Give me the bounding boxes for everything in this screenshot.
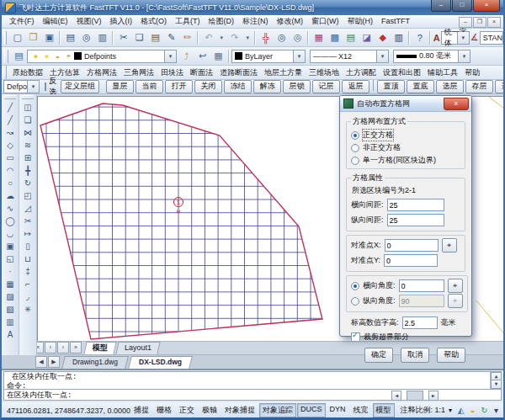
erase-icon[interactable]: ◫ (21, 101, 35, 114)
fasttft-3d-tool-icon[interactable]: ◪ (359, 29, 375, 45)
layer-tool-button[interactable]: 解冻 (253, 80, 281, 93)
layer-tool-button[interactable]: 置顶 (377, 80, 405, 93)
menu-item[interactable]: 格式(O) (136, 16, 171, 26)
dialog-close-button[interactable]: × (444, 98, 469, 110)
chevron-down-icon[interactable]: ▾ (27, 81, 39, 93)
layer-tool-button[interactable]: 置底 (407, 80, 434, 93)
file-tab-next-button[interactable]: ▶ (48, 356, 60, 368)
radio-icon[interactable] (351, 131, 359, 140)
layer-tool-button[interactable]: 选层 (495, 80, 505, 93)
radio-icon[interactable] (351, 144, 359, 152)
tab-layout[interactable]: Layout1 (115, 342, 160, 354)
status-toggle-dyn[interactable]: DYN (327, 403, 349, 417)
polyline-icon[interactable]: ↝ (3, 126, 17, 139)
scale-icon[interactable]: ◰ (21, 189, 35, 202)
close-button[interactable]: × (473, 0, 500, 12)
command-history[interactable]: 在区块内任取一点:命令: ▲ ▼ (3, 371, 502, 390)
fasttft-menu-item[interactable]: 原始数据 (9, 67, 46, 78)
annotation-lock-icon[interactable]: ◒ (467, 406, 479, 415)
chevron-down-icon[interactable]: ▾ (164, 51, 176, 62)
publish-icon[interactable]: ▥ (94, 29, 110, 45)
undo-dropdown-icon[interactable]: ▾ (216, 29, 226, 45)
radio-h-angle[interactable]: 横向角度: ⌖ (351, 279, 463, 293)
command-hscrollbar[interactable]: ◀ ▶ (391, 391, 439, 399)
array-icon[interactable]: ⊞ (21, 152, 35, 164)
layer-combo[interactable]: ●●◒◓ Defpoints ▾ (27, 50, 177, 63)
fasttft-menu-item[interactable]: 设置和出图 (380, 67, 424, 78)
radio-orthogonal-grid[interactable]: 正交方格 (351, 129, 460, 141)
edit-pencil-icon[interactable]: ✎ (163, 29, 179, 45)
fasttft-menu-item[interactable]: 帮助 (461, 67, 483, 78)
status-toggle-button[interactable]: 栅格 (153, 403, 175, 417)
help-button[interactable]: 帮助 (437, 348, 465, 363)
fasttft-menu-item[interactable]: 三维场地 (306, 67, 343, 78)
status-menu-dropdown-icon[interactable]: ▾ (491, 406, 502, 415)
annotation-scale-value[interactable]: 1:1 (435, 406, 446, 414)
rectangle-icon[interactable]: ▭ (3, 152, 17, 164)
define-layer-group-button[interactable]: 定义层组 (61, 80, 99, 93)
h-angle-input[interactable] (399, 279, 444, 292)
command-input-line[interactable]: 在区块内任取一点: ◀ ▶ (3, 390, 502, 401)
undo-icon[interactable]: ↶ (200, 29, 216, 45)
tab-model[interactable]: 模型 (83, 342, 116, 354)
plot-icon[interactable]: ▤ (62, 29, 78, 45)
radio-single-grid[interactable]: 单一方格(同区块边界) (351, 154, 460, 167)
line-icon[interactable]: ╱ (3, 101, 17, 114)
spline-icon[interactable]: ∿ (3, 202, 17, 215)
menu-item[interactable]: 插入(I) (106, 16, 137, 26)
fasttft-menu-item[interactable]: 田块法 (157, 67, 187, 78)
menu-item[interactable]: 修改(M) (273, 16, 308, 26)
clip-over-boundary-row[interactable]: 裁剪超界部分 (351, 331, 465, 343)
h-spacing-input[interactable] (387, 199, 444, 211)
pick-point-button[interactable]: ⌖ (442, 238, 457, 253)
align-x-input[interactable] (385, 239, 439, 252)
color-combo[interactable]: ByLayer ▾ (231, 50, 306, 63)
text-style-combo[interactable]: 统一字体 ▾ (441, 31, 470, 45)
scroll-left-icon[interactable]: ◀ (391, 391, 401, 401)
dim-style-icon[interactable]: ∡ (470, 29, 480, 45)
region-icon[interactable]: ▧ (3, 303, 17, 316)
fasttft-menu-item[interactable]: 断面法 (187, 67, 216, 78)
trim-icon[interactable]: ✂ (21, 215, 35, 227)
layer-tool-button[interactable]: 关闭 (194, 80, 222, 93)
layout-tab-nav-button[interactable]: ‹ (45, 342, 56, 354)
layer-tool-button[interactable]: 显层 (106, 80, 134, 93)
offset-icon[interactable]: ≋ (21, 139, 35, 152)
break-icon[interactable]: ⊔ (21, 253, 35, 265)
menu-item[interactable]: 窗口(W) (307, 16, 343, 26)
make-block-icon[interactable]: ◱ (3, 253, 17, 265)
v-angle-input[interactable] (399, 295, 444, 307)
cut-icon[interactable]: ✂ (115, 29, 131, 45)
align-y-input[interactable] (384, 254, 438, 267)
status-toggle-button[interactable]: 正交 (176, 403, 198, 417)
command-history-scrollbar[interactable]: ▲ ▼ (490, 372, 501, 389)
menu-item[interactable]: 绘图(D) (205, 16, 239, 26)
chevron-down-icon[interactable]: ▼ (448, 407, 454, 413)
v-spacing-input[interactable] (387, 214, 444, 226)
radio-icon[interactable] (351, 282, 359, 290)
file-tab[interactable]: DX-LSD.dwg (128, 356, 193, 369)
mdi-close-button[interactable]: × (487, 17, 501, 28)
text-height-input[interactable] (402, 316, 438, 329)
radio-non-orthogonal-grid[interactable]: 非正交方格 (351, 141, 460, 154)
scroll-down-icon[interactable]: ▼ (491, 380, 502, 389)
scroll-right-icon[interactable]: ▶ (428, 391, 439, 401)
help-icon[interactable]: ? (412, 29, 428, 45)
layer-previous-icon[interactable]: ↩ (194, 48, 210, 64)
revcloud-icon[interactable]: ☁ (3, 189, 17, 202)
open-file-icon[interactable]: ❒ (25, 29, 41, 45)
fasttft-menu-item[interactable]: 三角网法 (120, 67, 157, 78)
chevron-down-icon[interactable]: ▾ (458, 51, 470, 62)
status-toggle-button[interactable]: 对象追踪 (259, 403, 296, 417)
redo-icon[interactable]: ↷ (226, 29, 242, 45)
status-toggle-button[interactable]: 对象捕捉 (221, 403, 258, 417)
layout-tab-nav-button[interactable]: › (57, 342, 69, 354)
dialog-title-bar[interactable]: 自动布置方格网 × (340, 96, 471, 112)
layer-tool-button[interactable]: 返层 (342, 80, 369, 93)
file-tab[interactable]: Drawing1.dwg (61, 356, 129, 369)
ellipse-icon[interactable]: ◯ (3, 215, 17, 227)
arc-icon[interactable]: ◠ (3, 164, 17, 177)
make-object-layer-current-icon[interactable]: ⤴ (178, 48, 194, 64)
menu-item[interactable]: 标注(N) (238, 16, 273, 26)
mirror-icon[interactable]: ⋈ (21, 126, 35, 139)
